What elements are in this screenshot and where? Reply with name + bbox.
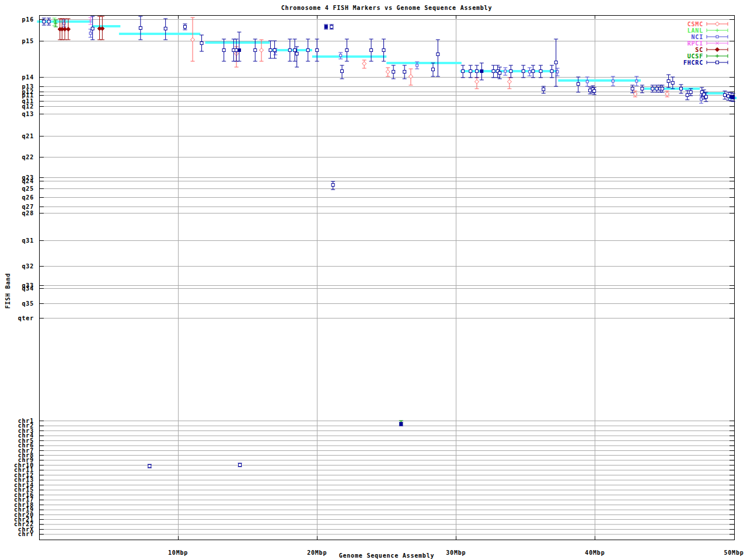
data-point bbox=[238, 463, 242, 467]
data-point bbox=[634, 76, 638, 86]
legend-label: SC bbox=[695, 47, 703, 53]
data-point bbox=[306, 39, 310, 61]
assembly-segment bbox=[92, 25, 120, 27]
legend-entry-nci: NCI bbox=[692, 34, 728, 40]
assembly-segment bbox=[460, 70, 557, 72]
data-point bbox=[331, 181, 335, 190]
fish-marker-chart: Chromosome 4 FISH Markers vs Genome Sequ… bbox=[0, 0, 747, 560]
gridlines bbox=[39, 15, 734, 540]
data-point bbox=[163, 19, 167, 40]
assembly-segment bbox=[119, 33, 200, 35]
data-point bbox=[183, 24, 187, 30]
y-tick-label: q25 bbox=[22, 186, 34, 192]
y-tick-label: q12 bbox=[22, 103, 34, 110]
legend-entry-lanl: LANL bbox=[687, 27, 728, 34]
data-point bbox=[273, 41, 277, 58]
y-tick-label: q27 bbox=[22, 204, 34, 210]
data-point bbox=[666, 75, 671, 88]
data-point bbox=[461, 65, 465, 78]
data-point bbox=[392, 65, 396, 79]
data-point bbox=[315, 39, 319, 61]
data-point bbox=[491, 65, 495, 78]
plot-area: p16p15p14p13p12p11q11q12q13q21q22q23q24q… bbox=[0, 0, 747, 560]
y-tick-label: q21 bbox=[22, 133, 34, 139]
legend-entry-csmc: CSMC bbox=[687, 21, 728, 27]
legend-entry-fhcrc: FHCRC bbox=[683, 60, 728, 66]
legend-label: FHCRC bbox=[683, 60, 703, 66]
data-point bbox=[399, 422, 403, 426]
legend-label: LANL bbox=[687, 27, 703, 34]
series-csmc bbox=[191, 18, 669, 97]
y-tick-label: q22 bbox=[22, 154, 34, 160]
y-tick-label: q24 bbox=[22, 178, 34, 184]
legend-label: UCSF bbox=[687, 53, 703, 60]
data-point bbox=[469, 65, 473, 78]
data-point bbox=[531, 65, 535, 78]
data-point bbox=[576, 77, 580, 92]
data-point bbox=[369, 39, 374, 61]
data-point bbox=[611, 76, 615, 86]
y-tick-label: q32 bbox=[22, 263, 34, 270]
assembly-segment bbox=[205, 41, 270, 44]
y-tick-label: q28 bbox=[22, 210, 34, 216]
y-tick-label: chrY bbox=[18, 531, 34, 537]
data-point bbox=[431, 63, 435, 76]
y-tick-label: q34 bbox=[22, 285, 34, 292]
data-point bbox=[660, 85, 664, 92]
data-point bbox=[585, 77, 589, 86]
data-point bbox=[528, 68, 532, 76]
y-tick-label: qter bbox=[18, 315, 34, 321]
data-point bbox=[503, 68, 507, 75]
data-point bbox=[330, 24, 334, 29]
data-point bbox=[403, 65, 407, 79]
series-ucsf bbox=[54, 20, 403, 424]
legend-label: NCI bbox=[692, 34, 703, 40]
data-point bbox=[89, 29, 93, 37]
data-point bbox=[475, 78, 479, 89]
data-point bbox=[651, 85, 655, 92]
data-point bbox=[345, 39, 349, 61]
data-point bbox=[386, 68, 390, 76]
legend-label: CSMC bbox=[687, 21, 703, 27]
data-point bbox=[509, 65, 513, 78]
x-axis-title: Genome Sequence Assembly bbox=[39, 552, 734, 559]
data-point bbox=[382, 39, 386, 61]
y-tick-label: p15 bbox=[22, 38, 34, 44]
assembly-segment bbox=[312, 55, 386, 58]
data-point bbox=[550, 65, 554, 78]
assembly-segment bbox=[386, 62, 462, 64]
legend-entry-ucsf: UCSF bbox=[687, 53, 728, 60]
legend-entry-sc: SC bbox=[695, 47, 728, 53]
y-tick-label: q35 bbox=[22, 300, 34, 307]
series-fhcrc bbox=[42, 16, 735, 468]
y-tick-label: q31 bbox=[22, 237, 34, 244]
data-point bbox=[324, 24, 328, 29]
data-point bbox=[148, 464, 152, 468]
data-point bbox=[409, 69, 413, 85]
y-tick-label: p16 bbox=[22, 16, 34, 23]
data-point bbox=[475, 65, 479, 78]
y-tick-label: q13 bbox=[22, 111, 34, 117]
data-point bbox=[539, 65, 543, 78]
data-point bbox=[42, 18, 46, 25]
data-point bbox=[288, 39, 292, 61]
data-point bbox=[521, 65, 525, 78]
data-point bbox=[554, 39, 558, 86]
data-point bbox=[191, 18, 195, 61]
legend-label: RPCI bbox=[687, 40, 703, 47]
data-point bbox=[362, 60, 366, 68]
data-point bbox=[655, 85, 659, 92]
data-point bbox=[200, 35, 204, 51]
data-point bbox=[47, 18, 51, 25]
data-point bbox=[436, 40, 440, 76]
legend: CSMCLANLNCIRPCISCUCSFFHCRC bbox=[683, 21, 728, 66]
y-tick-label: p14 bbox=[22, 74, 34, 80]
plot-border bbox=[40, 16, 735, 540]
assembly-segment bbox=[558, 79, 641, 82]
y-tick-label: q26 bbox=[22, 194, 34, 201]
data-point bbox=[338, 52, 343, 59]
data-point bbox=[293, 39, 297, 61]
axis-ticks bbox=[39, 15, 735, 540]
data-point bbox=[507, 78, 511, 89]
data-point bbox=[340, 65, 344, 79]
